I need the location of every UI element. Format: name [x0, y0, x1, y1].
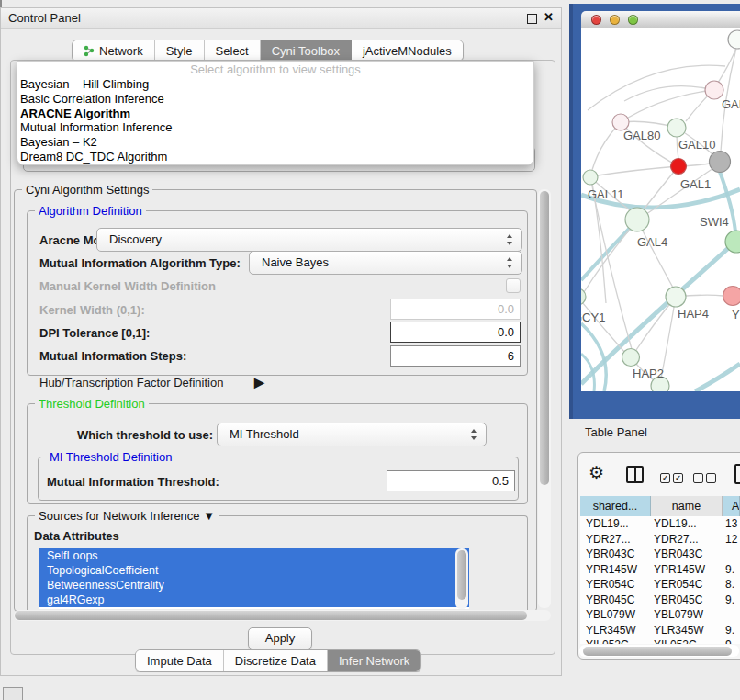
close-window-icon[interactable]	[591, 15, 601, 25]
algorithm-item[interactable]: Basic Correlation Inference	[17, 92, 533, 107]
node-red-selected[interactable]	[671, 159, 687, 175]
hub-definition-label: Hub/Transcription Factor Definition	[39, 376, 223, 390]
cell: YLR345W	[586, 623, 650, 638]
column-header-clipped[interactable]: A	[723, 496, 740, 516]
close-panel-icon[interactable]: ✕	[544, 10, 554, 24]
cell: YBR043C	[586, 547, 650, 562]
data-attributes-list: SelfLoops TopologicalCoefficient Between…	[39, 548, 469, 609]
minimize-window-icon[interactable]	[610, 15, 620, 25]
tab-discretize-data-label: Discretize Data	[235, 654, 316, 668]
node-gal10[interactable]	[667, 119, 686, 137]
dpi-tolerance-field[interactable]: 0.0	[390, 322, 521, 343]
algorithm-item[interactable]: Bayesian – K2	[17, 135, 533, 150]
table-mode-icon[interactable]	[734, 464, 740, 484]
attribute-item[interactable]: TopologicalCoefficient	[39, 563, 469, 578]
sources-title: Sources for Network Inference ▼	[35, 509, 219, 523]
tab-select-label: Select	[216, 44, 249, 58]
tab-style-label: Style	[166, 44, 193, 58]
node-label: GAL80	[623, 129, 660, 142]
node-label: HAP4	[678, 307, 709, 321]
tab-network[interactable]: Network	[73, 40, 155, 61]
tab-select[interactable]: Select	[205, 40, 261, 61]
node-gal11[interactable]	[583, 170, 598, 185]
cell: 12	[725, 532, 740, 548]
control-panel-titlebar[interactable]: Control Panel ✕	[1, 8, 561, 29]
network-window-titlebar[interactable]	[581, 11, 740, 28]
cell: YBL079W	[654, 607, 720, 623]
cell: 9.	[725, 623, 740, 638]
control-panel-title: Control Panel	[8, 11, 81, 25]
table-horizontal-scrollbar[interactable]	[579, 645, 739, 657]
combo-arrows-icon	[507, 257, 513, 268]
nodes	[581, 30, 740, 391]
node-label: GAL	[722, 97, 740, 111]
cell: YBR043C	[654, 547, 720, 562]
manual-kernel-label: Manual Kernel Width Definition	[39, 279, 216, 293]
mi-type-combo[interactable]: Naive Bayes	[249, 251, 522, 275]
unchecked-box-icon	[693, 473, 703, 483]
node-gray[interactable]	[710, 152, 731, 173]
kernel-width-field[interactable]: 0.0	[390, 299, 521, 320]
aracne-mode-value: Discovery	[109, 232, 162, 246]
window-edge-mark	[0, 0, 2, 7]
mi-steps-field[interactable]: 6	[390, 345, 521, 367]
aracne-mode-combo[interactable]: Discovery	[96, 228, 522, 252]
node-gal[interactable]	[705, 81, 723, 99]
mi-threshold-title: MI Threshold Definition	[46, 450, 175, 464]
node-y[interactable]	[723, 287, 740, 306]
cell: YIL052C	[586, 638, 650, 644]
sources-collapse-icon[interactable]: ▼	[203, 509, 215, 523]
cell: YDR27...	[586, 532, 650, 548]
bottom-left-partial-panel	[3, 687, 23, 700]
zoom-window-icon[interactable]	[628, 15, 638, 25]
algorithm-item-selected[interactable]: ARACNE Algorithm	[17, 107, 533, 121]
which-threshold-combo[interactable]: MI Threshold	[217, 423, 487, 446]
node-label: GAL11	[588, 187, 624, 201]
tab-discretize-data[interactable]: Discretize Data	[224, 650, 328, 671]
gear-icon[interactable]: ⚙	[589, 462, 604, 483]
kernel-width-label: Kernel Width (0,1):	[39, 303, 145, 317]
mi-threshold-label: Mutual Information Threshold:	[47, 475, 219, 489]
attribute-item[interactable]: BetweennessCentrality	[39, 578, 469, 593]
settings-horizontal-scrollbar[interactable]	[14, 610, 551, 621]
cell: YDR27...	[654, 532, 720, 548]
hub-expand-icon[interactable]: ▶	[254, 375, 264, 390]
algorithm-item[interactable]: Mutual Information Inference	[17, 120, 533, 135]
float-panel-icon[interactable]	[527, 14, 537, 24]
network-view-window: GAL80 GAL10 GAL1 GAL11 GAL4 SWI4 GCY1 HA…	[581, 11, 740, 404]
algorithm-placeholder: Select algorithm to view settings	[17, 62, 533, 77]
node-hap2[interactable]	[622, 349, 640, 367]
attributes-scrollbar[interactable]	[455, 548, 468, 609]
column-header-shared[interactable]: shared...	[580, 496, 651, 516]
apply-button[interactable]: Apply	[248, 627, 312, 649]
cyni-bottom-tabbar: Impute Data Discretize Data Infer Networ…	[135, 649, 421, 672]
cell: YER054C	[654, 577, 720, 593]
manual-kernel-checkbox[interactable]	[506, 278, 521, 293]
tab-infer-network[interactable]: Infer Network	[328, 650, 420, 671]
deselect-all-columns-icon[interactable]	[693, 469, 719, 486]
tab-jactivemnodules[interactable]: jActiveMNodules	[352, 40, 463, 61]
mi-threshold-field[interactable]: 0.5	[387, 470, 515, 491]
screen: Control Panel ✕ Network Style Select Cyn…	[0, 0, 740, 700]
tab-cyni-toolbox[interactable]: Cyni Toolbox	[261, 40, 352, 61]
node-gal4[interactable]	[625, 208, 649, 231]
node-partial-top[interactable]	[728, 30, 740, 49]
network-canvas[interactable]: GAL80 GAL10 GAL1 GAL11 GAL4 SWI4 GCY1 HA…	[581, 28, 740, 391]
columns-icon[interactable]	[626, 466, 644, 483]
tab-impute-data-label: Impute Data	[147, 654, 212, 668]
tab-style[interactable]: Style	[155, 40, 205, 61]
tab-impute-data[interactable]: Impute Data	[136, 650, 224, 671]
cell: YPR145W	[586, 562, 650, 578]
column-header-name[interactable]: name	[651, 496, 723, 516]
node-hap4[interactable]	[666, 287, 686, 307]
control-panel-window: Control Panel ✕ Network Style Select Cyn…	[0, 7, 562, 676]
node-label: SWI4	[700, 215, 729, 229]
algorithm-item[interactable]: Bayesian – Hill Climbing	[17, 77, 533, 92]
which-threshold-label: Which threshold to use:	[77, 428, 213, 442]
attribute-item[interactable]: gal4RGexp	[39, 593, 469, 607]
settings-vertical-scrollbar[interactable]	[538, 189, 551, 608]
algorithm-item[interactable]: Dream8 DC_TDC Algorithm	[17, 150, 533, 164]
attribute-item[interactable]: SelfLoops	[39, 548, 469, 563]
algorithm-definition-title: Algorithm Definition	[35, 204, 146, 218]
select-all-columns-icon[interactable]: ✓✓	[660, 469, 686, 486]
